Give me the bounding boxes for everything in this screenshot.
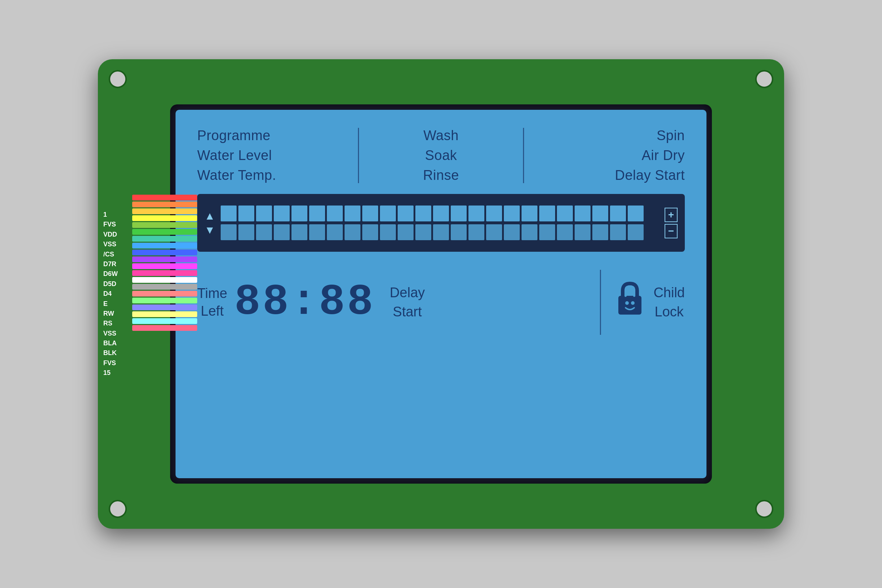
minus-icon: − (664, 224, 678, 238)
pin-15: 15 (103, 369, 118, 377)
bar-segment-top-13 (451, 206, 466, 221)
child-lock-label: Child Lock (653, 283, 685, 321)
bar-segment-top-22 (610, 206, 626, 221)
wire-8 (132, 243, 197, 249)
bar-segment-top-0 (220, 206, 237, 221)
delay-start-status-label: Delay Start (390, 283, 425, 321)
wire-7 (132, 236, 197, 242)
arrow-down-icon: ▼ (204, 224, 215, 236)
wire-11 (132, 263, 197, 269)
wire-3 (132, 208, 197, 214)
pin-vss2: VSS (103, 329, 118, 338)
bar-segment-top-7 (345, 206, 360, 221)
bar-segment-top-9 (380, 206, 396, 221)
air-dry-label: Air Dry (535, 148, 685, 163)
info-column-middle: Wash Soak Rinse (363, 128, 520, 183)
lcd-outer: Programme Water Level Water Temp. Wash S… (170, 104, 712, 484)
progress-container: ▲ ▼ + − (197, 194, 685, 252)
progress-bar-track (220, 201, 659, 244)
bar-segment-top-8 (362, 206, 378, 221)
pin-d7r: D7R (103, 260, 118, 268)
digital-time-display: 88:88 (234, 280, 375, 324)
corner-hole-tr (755, 70, 773, 88)
wire-14 (132, 284, 197, 290)
info-column-right: Spin Air Dry Delay Start (528, 128, 685, 183)
bar-segment-top-16 (504, 206, 520, 221)
status-area: Time Left 88:88 Delay Start (197, 266, 685, 338)
time-label-line1: Time (197, 285, 227, 302)
bar-row-top (220, 206, 659, 221)
bar-segment-top-4 (291, 206, 308, 221)
bar-segment-top-21 (592, 206, 608, 221)
bar-segment-bottom-15 (486, 224, 502, 240)
bar-segment-top-15 (486, 206, 502, 221)
corner-hole-tl (109, 70, 127, 88)
bar-segment-bottom-8 (362, 224, 378, 240)
wire-17 (132, 304, 197, 310)
ribbon-cable (132, 195, 197, 393)
bar-segment-top-14 (468, 206, 484, 221)
svg-point-1 (625, 301, 629, 305)
info-grid: Programme Water Level Water Temp. Wash S… (197, 128, 685, 183)
time-left-section: Time Left 88:88 Delay Start (197, 280, 585, 324)
wire-18 (132, 311, 197, 317)
lcd-screen: Programme Water Level Water Temp. Wash S… (176, 110, 706, 478)
child-lock-section: Child Lock (615, 280, 685, 324)
programme-label: Programme (197, 128, 347, 143)
corner-hole-br (755, 500, 773, 518)
bar-segment-bottom-14 (468, 224, 484, 240)
bar-segment-top-3 (274, 206, 290, 221)
wire-9 (132, 250, 197, 255)
bar-segment-top-6 (327, 206, 343, 221)
bar-segment-top-1 (238, 206, 254, 221)
pin-bla: BLA (103, 339, 118, 348)
wire-6 (132, 229, 197, 235)
bar-segment-top-17 (522, 206, 537, 221)
wire-10 (132, 256, 197, 262)
spin-label: Spin (535, 128, 685, 143)
wire-1 (132, 195, 197, 201)
wire-2 (132, 201, 197, 207)
svg-rect-0 (618, 296, 642, 315)
pin-vdd: VDD (103, 230, 118, 239)
water-temp-label: Water Temp. (197, 168, 347, 183)
child-lock-line2: Lock (653, 302, 685, 321)
bar-segment-top-19 (557, 206, 573, 221)
bar-segment-bottom-23 (628, 224, 644, 240)
plus-minus-controls: + − (664, 208, 678, 238)
bar-segment-bottom-10 (398, 224, 414, 240)
pin-vss1: VSS (103, 240, 118, 249)
pin-labels: 1 FVS VDD VSS /CS D7R D6W D5D D4 E RW RS… (103, 211, 118, 377)
corner-hole-bl (109, 500, 127, 518)
bar-segment-bottom-12 (433, 224, 449, 240)
info-column-left: Programme Water Level Water Temp. (197, 128, 354, 183)
bar-segment-bottom-19 (557, 224, 573, 240)
divider-left (358, 128, 359, 183)
bar-row-bottom (220, 224, 659, 240)
pin-1: 1 (103, 211, 118, 219)
bar-segment-top-5 (309, 206, 325, 221)
pin-d4: D4 (103, 290, 118, 298)
time-label-line2: Left (197, 302, 227, 320)
bar-segment-bottom-1 (238, 224, 254, 240)
wash-label: Wash (370, 128, 513, 143)
wire-5 (132, 222, 197, 228)
bar-segment-bottom-18 (539, 224, 555, 240)
pin-d6w: D6W (103, 270, 118, 279)
bar-segment-bottom-17 (522, 224, 537, 240)
pin-fvs1: FVS (103, 220, 118, 229)
pin-fvs2: FVS (103, 359, 118, 368)
bar-segment-top-20 (574, 206, 591, 221)
bar-segment-top-10 (398, 206, 414, 221)
pin-e: E (103, 300, 118, 308)
delay-start-top-label: Delay Start (535, 168, 685, 183)
water-level-label: Water Level (197, 148, 347, 163)
wire-15 (132, 291, 197, 297)
wire-4 (132, 215, 197, 221)
soak-label: Soak (370, 148, 513, 163)
rinse-label: Rinse (370, 168, 513, 183)
bar-segment-bottom-21 (592, 224, 608, 240)
lock-icon (615, 280, 644, 324)
bar-segment-bottom-0 (220, 224, 237, 240)
bar-segment-top-12 (433, 206, 449, 221)
